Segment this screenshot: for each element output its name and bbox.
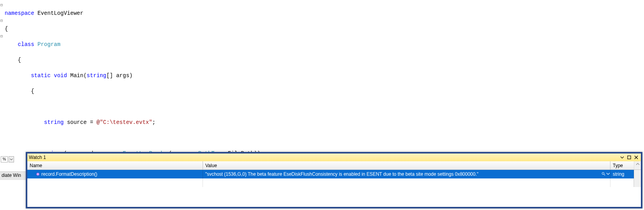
code-line [4,103,644,111]
scrollbar-track[interactable] [634,178,641,187]
chevron-up-icon [636,162,640,166]
watch-value-text: "svchost (1536,G,0) The beta feature Ese… [205,171,600,177]
watch-window-titlebar[interactable]: Watch 1 [27,154,641,161]
watch-cell-value[interactable]: "svchost (1536,G,0) The beta feature Ese… [203,170,610,178]
watch-name-text: record.FormatDescription() [41,171,97,177]
svg-point-2 [602,173,604,175]
outline-collapse-icon[interactable]: ⊟ [0,33,3,41]
visualizer-dropdown-button[interactable] [606,171,610,177]
watch-row[interactable]: record.FormatDescription() "svchost (153… [27,170,641,178]
code-line: { [4,87,644,95]
scroll-up-button[interactable] [634,161,641,169]
code-line: { [4,25,644,33]
zoom-dropdown-button[interactable] [9,156,14,162]
zoom-toolbar: % [0,155,15,164]
watch-cell-name[interactable]: record.FormatDescription() [27,170,203,178]
watch-row-empty[interactable] [27,178,641,187]
watch-window-title: Watch 1 [29,155,618,160]
watch-grid: Name Value Type record.FormatDescription… [27,161,641,207]
immediate-window-tab[interactable]: diate Win [0,171,26,180]
code-line [4,134,644,142]
chevron-down-icon [10,158,13,161]
text-visualizer-button[interactable] [601,171,605,177]
outline-collapse-icon[interactable]: ⊟ [0,2,3,9]
window-options-button[interactable] [619,155,625,160]
method-icon [35,172,41,176]
outline-collapse-icon[interactable]: ⊟ [0,17,3,25]
maximize-icon [627,155,631,159]
svg-rect-0 [628,156,631,159]
zoom-percent[interactable]: % [1,156,8,162]
watch-cell-type[interactable] [610,178,634,187]
code-line: string source = @"C:\testev.evtx"; [4,118,644,126]
code-line: static void Main(string[] args) [4,72,644,79]
code-line: class Program [4,41,644,48]
code-line: { [4,56,644,64]
code-line: namespace EventLogViewer [4,9,644,17]
chevron-down-icon [606,172,610,176]
watch-header-row: Name Value Type [27,161,641,170]
column-header-name[interactable]: Name [27,161,203,169]
column-header-value[interactable]: Value [203,161,610,169]
chevron-down-icon [620,155,624,159]
svg-rect-1 [37,173,39,176]
maximize-button[interactable] [626,155,632,160]
watch-cell-value[interactable] [203,178,610,187]
watch-cell-type[interactable]: string [610,170,634,178]
close-button[interactable] [633,155,639,160]
close-icon [634,155,638,159]
watch-cell-name[interactable] [27,178,203,187]
watch-window: Watch 1 Name Value Type record.F [26,152,642,208]
magnifier-icon [601,172,605,176]
scrollbar-track[interactable] [634,170,641,178]
column-header-type[interactable]: Type [610,161,634,169]
